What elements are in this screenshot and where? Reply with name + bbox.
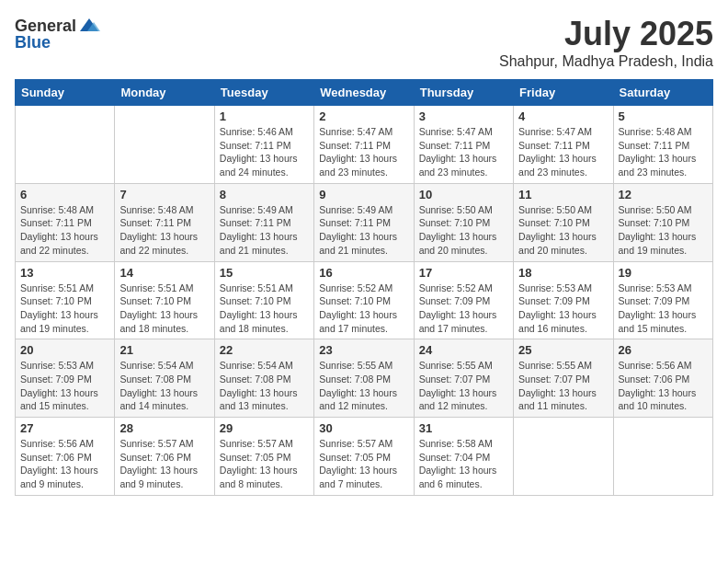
day-number: 23 xyxy=(319,343,408,357)
calendar-week-2: 6Sunrise: 5:48 AM Sunset: 7:11 PM Daylig… xyxy=(16,183,713,261)
calendar-cell: 26Sunrise: 5:56 AM Sunset: 7:06 PM Dayli… xyxy=(613,339,712,418)
calendar-cell: 31Sunrise: 5:58 AM Sunset: 7:04 PM Dayli… xyxy=(414,418,513,496)
day-number: 28 xyxy=(119,421,209,435)
day-number: 19 xyxy=(619,266,708,280)
day-info: Sunrise: 5:53 AM Sunset: 7:09 PM Dayligh… xyxy=(619,282,708,336)
calendar-cell xyxy=(16,106,115,184)
day-info: Sunrise: 5:50 AM Sunset: 7:10 PM Dayligh… xyxy=(518,203,608,258)
day-number: 6 xyxy=(20,188,109,201)
weekday-header-thursday: Thursday xyxy=(414,80,513,106)
day-info: Sunrise: 5:51 AM Sunset: 7:10 PM Dayligh… xyxy=(20,282,109,336)
calendar-cell: 1Sunrise: 5:46 AM Sunset: 7:11 PM Daylig… xyxy=(214,106,313,184)
weekday-header-friday: Friday xyxy=(514,80,613,106)
calendar-cell: 7Sunrise: 5:48 AM Sunset: 7:11 PM Daylig… xyxy=(115,183,214,261)
calendar-cell: 13Sunrise: 5:51 AM Sunset: 7:10 PM Dayli… xyxy=(16,261,115,339)
day-info: Sunrise: 5:48 AM Sunset: 7:11 PM Dayligh… xyxy=(619,125,708,179)
calendar-cell: 8Sunrise: 5:49 AM Sunset: 7:11 PM Daylig… xyxy=(214,183,313,261)
logo-icon xyxy=(78,15,100,37)
day-number: 14 xyxy=(119,266,209,280)
day-number: 9 xyxy=(319,188,408,201)
calendar-cell xyxy=(514,418,613,496)
day-info: Sunrise: 5:57 AM Sunset: 7:05 PM Dayligh… xyxy=(220,437,309,491)
day-info: Sunrise: 5:50 AM Sunset: 7:10 PM Dayligh… xyxy=(419,203,508,258)
calendar-cell: 2Sunrise: 5:47 AM Sunset: 7:11 PM Daylig… xyxy=(314,106,414,184)
day-info: Sunrise: 5:56 AM Sunset: 7:06 PM Dayligh… xyxy=(20,437,109,491)
day-info: Sunrise: 5:47 AM Sunset: 7:11 PM Dayligh… xyxy=(518,125,608,179)
calendar-cell: 20Sunrise: 5:53 AM Sunset: 7:09 PM Dayli… xyxy=(16,339,115,418)
calendar-cell xyxy=(613,418,712,496)
calendar-week-1: 1Sunrise: 5:46 AM Sunset: 7:11 PM Daylig… xyxy=(16,106,713,184)
day-info: Sunrise: 5:55 AM Sunset: 7:08 PM Dayligh… xyxy=(319,359,408,413)
day-number: 22 xyxy=(220,343,309,357)
day-number: 4 xyxy=(518,109,608,123)
calendar-cell: 24Sunrise: 5:55 AM Sunset: 7:07 PM Dayli… xyxy=(414,339,513,418)
day-number: 13 xyxy=(20,266,109,280)
day-number: 2 xyxy=(319,109,408,123)
day-info: Sunrise: 5:49 AM Sunset: 7:11 PM Dayligh… xyxy=(319,203,408,258)
day-info: Sunrise: 5:48 AM Sunset: 7:11 PM Dayligh… xyxy=(20,203,109,258)
day-info: Sunrise: 5:53 AM Sunset: 7:09 PM Dayligh… xyxy=(518,282,608,336)
calendar-cell: 18Sunrise: 5:53 AM Sunset: 7:09 PM Dayli… xyxy=(514,261,613,339)
calendar-cell: 29Sunrise: 5:57 AM Sunset: 7:05 PM Dayli… xyxy=(214,418,313,496)
day-number: 10 xyxy=(419,188,508,201)
calendar: SundayMondayTuesdayWednesdayThursdayFrid… xyxy=(15,79,713,496)
day-info: Sunrise: 5:57 AM Sunset: 7:06 PM Dayligh… xyxy=(119,437,209,491)
calendar-cell: 14Sunrise: 5:51 AM Sunset: 7:10 PM Dayli… xyxy=(115,261,214,339)
weekday-header-tuesday: Tuesday xyxy=(214,80,313,106)
day-info: Sunrise: 5:54 AM Sunset: 7:08 PM Dayligh… xyxy=(119,359,209,413)
calendar-cell: 21Sunrise: 5:54 AM Sunset: 7:08 PM Dayli… xyxy=(115,339,214,418)
calendar-week-4: 20Sunrise: 5:53 AM Sunset: 7:09 PM Dayli… xyxy=(16,339,713,418)
day-number: 8 xyxy=(220,188,309,201)
day-info: Sunrise: 5:58 AM Sunset: 7:04 PM Dayligh… xyxy=(419,437,508,491)
day-info: Sunrise: 5:46 AM Sunset: 7:11 PM Dayligh… xyxy=(220,125,309,179)
weekday-header-wednesday: Wednesday xyxy=(314,80,414,106)
day-info: Sunrise: 5:48 AM Sunset: 7:11 PM Dayligh… xyxy=(119,203,209,258)
calendar-cell: 4Sunrise: 5:47 AM Sunset: 7:11 PM Daylig… xyxy=(514,106,613,184)
calendar-cell: 3Sunrise: 5:47 AM Sunset: 7:11 PM Daylig… xyxy=(414,106,513,184)
calendar-cell: 9Sunrise: 5:49 AM Sunset: 7:11 PM Daylig… xyxy=(314,183,414,261)
calendar-cell: 27Sunrise: 5:56 AM Sunset: 7:06 PM Dayli… xyxy=(16,418,115,496)
calendar-cell: 19Sunrise: 5:53 AM Sunset: 7:09 PM Dayli… xyxy=(613,261,712,339)
calendar-cell xyxy=(115,106,214,184)
logo: General Blue xyxy=(15,15,100,52)
day-info: Sunrise: 5:49 AM Sunset: 7:11 PM Dayligh… xyxy=(220,203,309,258)
day-number: 18 xyxy=(518,266,608,280)
day-info: Sunrise: 5:51 AM Sunset: 7:10 PM Dayligh… xyxy=(119,282,209,336)
day-number: 3 xyxy=(419,109,508,123)
day-number: 24 xyxy=(419,343,508,357)
day-info: Sunrise: 5:57 AM Sunset: 7:05 PM Dayligh… xyxy=(319,437,408,491)
calendar-cell: 25Sunrise: 5:55 AM Sunset: 7:07 PM Dayli… xyxy=(514,339,613,418)
calendar-cell: 11Sunrise: 5:50 AM Sunset: 7:10 PM Dayli… xyxy=(514,183,613,261)
day-number: 27 xyxy=(20,421,109,435)
calendar-cell: 22Sunrise: 5:54 AM Sunset: 7:08 PM Dayli… xyxy=(214,339,313,418)
calendar-cell: 28Sunrise: 5:57 AM Sunset: 7:06 PM Dayli… xyxy=(115,418,214,496)
calendar-cell: 10Sunrise: 5:50 AM Sunset: 7:10 PM Dayli… xyxy=(414,183,513,261)
day-number: 1 xyxy=(220,109,309,123)
calendar-week-5: 27Sunrise: 5:56 AM Sunset: 7:06 PM Dayli… xyxy=(16,418,713,496)
weekday-header-monday: Monday xyxy=(115,80,214,106)
day-info: Sunrise: 5:50 AM Sunset: 7:10 PM Dayligh… xyxy=(619,203,708,258)
day-number: 21 xyxy=(119,343,209,357)
day-number: 31 xyxy=(419,421,508,435)
calendar-cell: 6Sunrise: 5:48 AM Sunset: 7:11 PM Daylig… xyxy=(16,183,115,261)
day-number: 5 xyxy=(619,109,708,123)
day-number: 15 xyxy=(220,266,309,280)
weekday-header-sunday: Sunday xyxy=(16,80,115,106)
day-info: Sunrise: 5:53 AM Sunset: 7:09 PM Dayligh… xyxy=(20,359,109,413)
calendar-cell: 30Sunrise: 5:57 AM Sunset: 7:05 PM Dayli… xyxy=(314,418,414,496)
logo-blue-text: Blue xyxy=(15,33,51,52)
day-info: Sunrise: 5:54 AM Sunset: 7:08 PM Dayligh… xyxy=(220,359,309,413)
day-info: Sunrise: 5:52 AM Sunset: 7:09 PM Dayligh… xyxy=(419,282,508,336)
title-area: July 2025 Shahpur, Madhya Pradesh, India xyxy=(499,15,713,70)
header: General Blue July 2025 Shahpur, Madhya P… xyxy=(15,15,713,70)
day-info: Sunrise: 5:47 AM Sunset: 7:11 PM Dayligh… xyxy=(319,125,408,179)
calendar-cell: 16Sunrise: 5:52 AM Sunset: 7:10 PM Dayli… xyxy=(314,261,414,339)
day-info: Sunrise: 5:55 AM Sunset: 7:07 PM Dayligh… xyxy=(419,359,508,413)
day-number: 25 xyxy=(518,343,608,357)
day-info: Sunrise: 5:55 AM Sunset: 7:07 PM Dayligh… xyxy=(518,359,608,413)
calendar-cell: 12Sunrise: 5:50 AM Sunset: 7:10 PM Dayli… xyxy=(613,183,712,261)
main-title: July 2025 xyxy=(499,15,713,53)
day-number: 17 xyxy=(419,266,508,280)
day-number: 20 xyxy=(20,343,109,357)
weekday-header-saturday: Saturday xyxy=(613,80,712,106)
